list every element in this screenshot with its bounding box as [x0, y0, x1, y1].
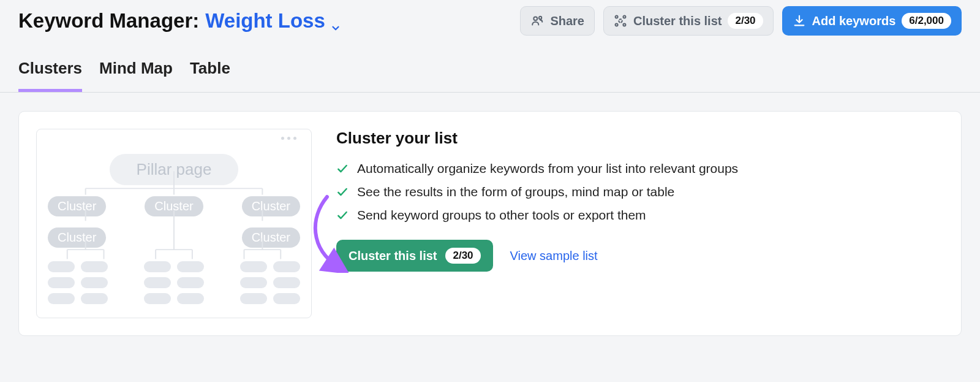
check-icon	[336, 162, 349, 175]
promo-content: Cluster your list Automatically organize…	[336, 129, 944, 318]
tab-label: Table	[190, 59, 230, 77]
pillar-page-label: Pillar page	[110, 154, 238, 185]
promo-bullets: Automatically organize keywords from you…	[336, 161, 944, 223]
page-title: Keyword Manager: Weight Loss	[18, 9, 341, 32]
check-icon	[336, 186, 349, 198]
promo-bullet: Send keyword groups to other tools or ex…	[336, 208, 944, 223]
tab-table[interactable]: Table	[190, 59, 230, 92]
share-label: Share	[550, 14, 584, 28]
add-keywords-counter-pill: 6/2,000	[902, 13, 951, 29]
list-name-text: Weight Loss	[205, 9, 325, 32]
promo-bullet: Automatically organize keywords from you…	[336, 161, 944, 176]
cluster-row-2: Cluster Cluster	[48, 227, 300, 248]
view-sample-link[interactable]: View sample list	[510, 249, 598, 263]
promo-heading: Cluster your list	[336, 129, 944, 148]
svg-point-4	[623, 16, 625, 18]
promo-cta-row: Cluster this list 2/30 View sample list	[336, 240, 944, 272]
tab-mind-map[interactable]: Mind Map	[99, 59, 173, 92]
check-icon	[336, 209, 349, 221]
add-keywords-label: Add keywords	[812, 14, 896, 28]
bullet-text: See the results in the form of groups, m…	[357, 185, 674, 199]
header-actions: Share Cluster this list 2/30 Add keyword…	[520, 6, 962, 36]
tab-clusters[interactable]: Clusters	[18, 59, 82, 92]
svg-point-0	[534, 17, 538, 20]
svg-point-6	[623, 23, 625, 26]
cluster-icon	[614, 14, 627, 28]
window-dots	[48, 129, 300, 147]
cluster-chip: Cluster	[242, 196, 300, 216]
list-name-dropdown[interactable]: Weight Loss	[205, 9, 341, 32]
cluster-counter-pill: 2/30	[728, 13, 763, 29]
view-tabs: Clusters Mind Map Table	[0, 36, 980, 93]
tab-label: Clusters	[18, 59, 82, 77]
chevron-down-icon	[330, 15, 341, 26]
cluster-chip: Cluster	[242, 227, 300, 248]
cluster-row-1: Cluster Cluster Cluster	[48, 196, 300, 216]
promo-bullet: See the results in the form of groups, m…	[336, 185, 944, 199]
cta-label: Cluster this list	[349, 249, 437, 263]
share-icon	[530, 14, 544, 28]
svg-point-3	[616, 16, 618, 18]
title-prefix: Keyword Manager:	[18, 9, 199, 32]
bullet-text: Automatically organize keywords from you…	[357, 161, 738, 176]
page-header: Keyword Manager: Weight Loss Share	[0, 0, 980, 36]
cluster-illustration: Pillar page Cluster Cluster Cluster Clus…	[36, 129, 312, 318]
blob-groups	[48, 261, 300, 304]
cta-counter-pill: 2/30	[445, 248, 480, 264]
share-button[interactable]: Share	[520, 6, 595, 36]
cluster-label: Cluster this list	[633, 14, 722, 28]
add-keywords-button[interactable]: Add keywords 6/2,000	[782, 6, 962, 36]
cluster-chip: Cluster	[48, 227, 106, 248]
bullet-text: Send keyword groups to other tools or ex…	[357, 208, 646, 223]
svg-point-5	[616, 23, 618, 26]
cluster-list-button-header[interactable]: Cluster this list 2/30	[603, 6, 774, 36]
tab-label: Mind Map	[99, 59, 173, 77]
main-area: Pillar page Cluster Cluster Cluster Clus…	[0, 93, 980, 354]
cluster-promo-panel: Pillar page Cluster Cluster Cluster Clus…	[18, 111, 962, 336]
cluster-chip: Cluster	[145, 196, 203, 216]
cluster-chip: Cluster	[48, 196, 106, 216]
svg-point-2	[619, 19, 622, 23]
svg-point-1	[539, 17, 541, 19]
cluster-list-button-main[interactable]: Cluster this list 2/30	[336, 240, 493, 272]
download-icon	[793, 14, 806, 28]
